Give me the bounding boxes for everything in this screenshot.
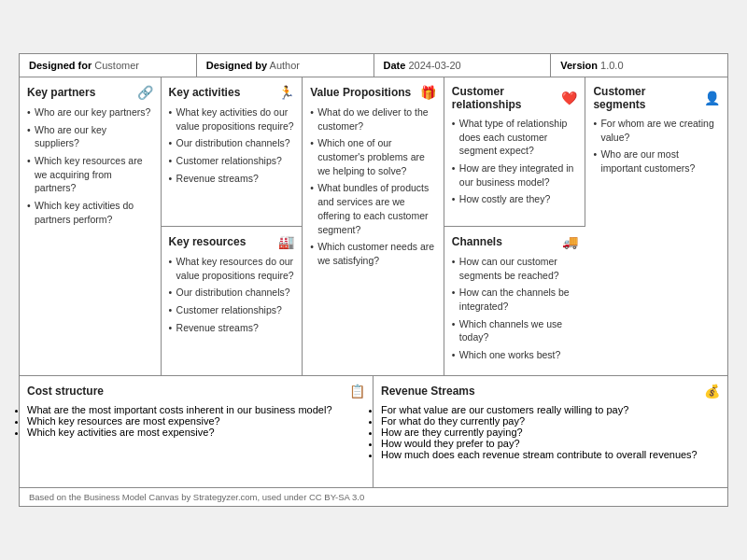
key-activities-list: What key activities do our value proposi… — [169, 105, 295, 185]
version-value: 1.0.0 — [600, 60, 623, 71]
customer-segments-list: For whom are we creating value? Who are … — [593, 117, 720, 175]
list-item: Which key resources are we acquiring fro… — [27, 154, 153, 195]
key-resources-cell: Key resources 🏭 What key resources do ou… — [162, 227, 303, 376]
value-propositions-list: What do we deliver to the customer? Whic… — [310, 105, 436, 268]
key-resources-title: Key resources 🏭 — [169, 234, 295, 249]
designed-by-label: Designed by — [206, 60, 267, 71]
footer: Based on the Business Model Canvas by St… — [20, 488, 727, 506]
list-item: Revenue streams? — [169, 321, 295, 335]
designed-for-cell: Designed for Customer — [20, 54, 197, 77]
list-item: Who are our key suppliers? — [27, 123, 153, 150]
list-item: For what do they currently pay? — [381, 415, 720, 427]
value-propositions-title: Value Propositions 🎁 — [310, 85, 436, 100]
date-label: Date — [384, 60, 406, 71]
channels-cell: Channels 🚚 How can our customer segments… — [444, 227, 586, 376]
list-item: Which customer needs are we satisfying? — [310, 240, 436, 267]
list-item: Our distribution channels? — [169, 286, 295, 300]
revenue-streams-icon: 💰 — [704, 384, 720, 399]
bottom-row: Cost structure 📋 What are the most impor… — [20, 376, 727, 488]
designed-by-cell: Designed by Author — [197, 54, 374, 77]
list-item: Our distribution channels? — [169, 136, 295, 150]
customer-relationships-list: What type of relationship does each cust… — [452, 117, 578, 206]
list-item: Customer relationships? — [169, 154, 295, 168]
list-item: Customer relationships? — [169, 303, 295, 317]
designed-for-label: Designed for — [29, 60, 92, 71]
channels-title: Channels 🚚 — [452, 234, 579, 249]
date-value: 2024-03-20 — [408, 60, 460, 71]
list-item: Which channels we use today? — [452, 317, 579, 344]
version-label: Version — [560, 60, 598, 71]
list-item: What key activities do our value proposi… — [169, 105, 295, 133]
list-item: Who are our key partners? — [27, 105, 153, 119]
customer-relationships-title: Customer relationships ❤️ — [452, 85, 578, 111]
list-item: How can the channels be integrated? — [452, 286, 579, 313]
list-item: Revenue streams? — [169, 172, 295, 186]
channels-icon: 🚚 — [562, 234, 578, 249]
revenue-streams-cell: Revenue Streams 💰 For what value are our… — [374, 376, 727, 488]
designed-for-value: Customer — [94, 60, 139, 71]
cost-structure-icon: 📋 — [349, 384, 365, 399]
list-item: What key resources do our value proposit… — [169, 255, 295, 282]
footer-text: Based on the Business Model Canvas by St… — [29, 492, 364, 502]
key-activities-cell: Key activities 🏃 What key activities do … — [162, 77, 303, 227]
customer-relationships-icon: ❤️ — [561, 91, 577, 105]
list-item: What bundles of products and services ar… — [310, 181, 436, 236]
key-activities-icon: 🏃 — [278, 85, 294, 100]
date-cell: Date 2024-03-20 — [374, 54, 552, 77]
cost-structure-list: What are the most important costs inhere… — [27, 404, 365, 438]
version-cell: Version 1.0.0 — [551, 54, 727, 77]
main-grid: Key partners 🔗 Who are our key partners?… — [20, 77, 727, 376]
list-item: How costly are they? — [452, 192, 578, 206]
header-row: Designed for Customer Designed by Author… — [20, 54, 727, 77]
key-resources-list: What key resources do our value proposit… — [169, 255, 295, 334]
key-resources-icon: 🏭 — [278, 234, 294, 249]
list-item: How much does each revenue stream contri… — [381, 449, 720, 460]
list-item: Which key activities are most expensive? — [27, 427, 365, 438]
customer-relationships-cell: Customer relationships ❤️ What type of r… — [444, 77, 586, 227]
list-item: What type of relationship does each cust… — [452, 117, 578, 158]
list-item: How are they currently paying? — [381, 427, 720, 438]
customer-segments-cell: Customer segments 👤 For whom are we crea… — [585, 77, 727, 376]
list-item: What are the most important costs inhere… — [27, 404, 365, 415]
channels-list: How can our customer segments be reached… — [452, 255, 579, 362]
list-item: Who are our most important customers? — [593, 147, 720, 175]
list-item: Which key activities do partners perform… — [27, 199, 153, 226]
key-activities-title: Key activities 🏃 — [169, 85, 295, 100]
list-item: How can our customer segments be reached… — [452, 255, 579, 282]
list-item: How are they integrated in our business … — [452, 161, 578, 189]
key-partners-icon: 🔗 — [137, 85, 153, 100]
cost-structure-cell: Cost structure 📋 What are the most impor… — [20, 376, 374, 488]
key-partners-title: Key partners 🔗 — [27, 85, 153, 100]
customer-segments-icon: 👤 — [704, 91, 720, 105]
list-item: For what value are our customers really … — [381, 404, 720, 415]
list-item: For whom are we creating value? — [593, 117, 720, 144]
revenue-streams-title: Revenue Streams 💰 — [381, 384, 720, 399]
value-propositions-icon: 🎁 — [420, 85, 436, 100]
list-item: Which key resources are most expensive? — [27, 415, 365, 427]
list-item: How would they prefer to pay? — [381, 438, 720, 449]
value-propositions-cell: Value Propositions 🎁 What do we deliver … — [303, 77, 444, 376]
customer-segments-title: Customer segments 👤 — [593, 85, 720, 111]
key-partners-cell: Key partners 🔗 Who are our key partners?… — [20, 77, 162, 376]
cost-structure-title: Cost structure 📋 — [27, 384, 365, 399]
business-model-canvas: Designed for Customer Designed by Author… — [19, 53, 728, 507]
revenue-streams-list: For what value are our customers really … — [381, 404, 720, 460]
list-item: Which one works best? — [452, 348, 579, 362]
list-item: What do we deliver to the customer? — [310, 105, 436, 133]
list-item: Which one of our customer's problems are… — [310, 136, 436, 177]
key-partners-list: Who are our key partners? Who are our ke… — [27, 105, 153, 227]
designed-by-value: Author — [270, 60, 300, 71]
